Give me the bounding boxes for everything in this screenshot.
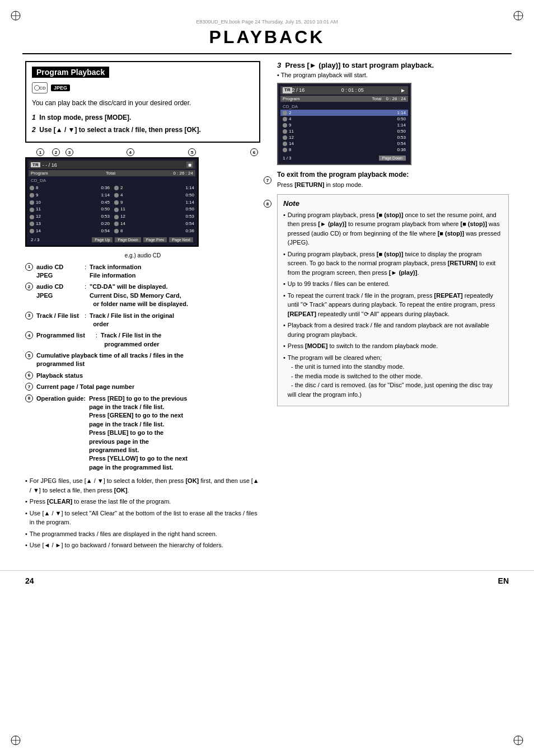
callout-1: 1 xyxy=(36,148,44,156)
rs-top: TR 2 / 16 0 : 01 : 05 ► xyxy=(280,86,408,95)
corner-mark-tl xyxy=(10,10,21,21)
track-row-r7: 80:36 xyxy=(113,228,195,235)
note-bullet-2: • During program playback, press [■ (sto… xyxy=(283,250,503,278)
right-column: 3 Press [► (play)] to start program play… xyxy=(271,61,509,552)
rs-program-label: Program xyxy=(283,96,300,101)
bullet-5: • Use [◄ / ►] to go backward / forward b… xyxy=(25,541,260,550)
track-row-r1: 21:14 xyxy=(113,185,195,192)
callout-7-ref: 7 xyxy=(25,383,33,391)
rs-track-3: 91:14 xyxy=(280,122,408,128)
main-content: Program Playback CD JPEG You can play ba… xyxy=(0,54,534,559)
callout-col-right: 7 8 xyxy=(264,176,271,208)
note-bullet-7: • The program will be cleared when; - th… xyxy=(283,353,503,400)
callout-4: 4 xyxy=(127,148,134,156)
screen-diagram: TR - - / 16 ■ Program Total 0 : 26 : 24 … xyxy=(25,157,199,247)
note-bullet-1: • During program playback, press [■ (sto… xyxy=(283,210,503,247)
play-status-icon: ■ xyxy=(186,162,193,168)
rs-footer: 1 / 3 Page Down xyxy=(280,154,408,162)
rs-tr-badge: TR xyxy=(283,87,292,93)
screen-top-bar: TR - - / 16 ■ xyxy=(29,161,195,169)
track-row-r5: 120:53 xyxy=(113,213,195,220)
rs-track-info: 2 / 16 xyxy=(292,87,305,93)
rs-track-5: 120:53 xyxy=(280,134,408,140)
rs-pagedown-btn: Page Down xyxy=(379,156,406,161)
intro-text: You can play back the disc/card in your … xyxy=(32,98,254,108)
page-header: E8300UD_EN.book Page 24 Thursday, July 1… xyxy=(22,0,512,54)
page-footer: 24 EN xyxy=(0,570,534,591)
total-time: 0 : 26 : 24 xyxy=(173,171,193,176)
tr-badge: TR xyxy=(31,162,40,167)
callout-5-ref: 5 xyxy=(25,351,33,359)
desc-item-8: 8 Operation guide: Press [RED] to go to … xyxy=(25,395,260,472)
track-row-l5: 120:53 xyxy=(29,213,111,220)
rs-page-indicator: 1 / 3 xyxy=(283,156,292,161)
note-title: Note xyxy=(283,199,503,208)
screen-diagram-wrapper: 1 2 3 4 5 6 TR - - / 16 ■ Progr xyxy=(25,148,260,247)
left-column: Program Playback CD JPEG You can play ba… xyxy=(25,61,260,552)
callout-3-ref: 3 xyxy=(25,312,33,320)
exit-note-box: To exit from the program playback mode: … xyxy=(277,171,509,190)
rs-program-row: Program Total 0 : 26 : 24 xyxy=(280,96,408,102)
corner-mark-bl xyxy=(10,735,21,746)
track-row-r2: 40:50 xyxy=(113,192,195,199)
cd-icon: CD xyxy=(32,82,48,93)
step3-heading: 3 Press [► (play)] to start program play… xyxy=(277,61,509,69)
cd-label: CD xyxy=(39,86,46,91)
desc-item-2: 2 audio CD JPEG : "CD-DA" will be displa… xyxy=(25,283,260,308)
file-info: E8300UD_EN.book Page 24 Thursday, July 1… xyxy=(22,19,512,25)
rs-track-2: 40:50 xyxy=(280,116,408,122)
callout-6: 6 xyxy=(250,148,258,156)
desc-item-5: 5 Cumulative playback time of all tracks… xyxy=(25,351,260,369)
callout-4-ref: 4 xyxy=(25,331,33,339)
program-label: Program xyxy=(31,171,48,176)
rs-total-label: Total xyxy=(372,96,382,101)
callout-2: 2 xyxy=(52,148,60,156)
rs-total-time: 0 : 26 : 24 xyxy=(386,96,406,101)
callout-8: 8 xyxy=(264,200,271,208)
desc-item-7: 7 Current page / Total page number xyxy=(25,383,260,391)
note-bullet-3: • Up to 99 tracks / files can be entered… xyxy=(283,279,503,289)
bullet-list: • For JPEG files, use [▲ / ▼] to select … xyxy=(25,476,260,550)
track-row-r6: 140:54 xyxy=(113,220,195,228)
bullet-2: • Press [CLEAR] to erase the last file o… xyxy=(25,497,260,506)
desc-item-4: 4 Programmed list : Track / File list in… xyxy=(25,331,260,349)
rs-track-6: 140:54 xyxy=(280,140,408,147)
track-row-l3: 100:45 xyxy=(29,199,111,206)
screen-col-right: 21:14 40:50 91:14 110:50 120:53 140:54 8… xyxy=(113,185,195,235)
track-row-l2: 91:14 xyxy=(29,192,111,199)
bullet-4: • The programmed tracks / files are disp… xyxy=(25,529,260,539)
page-language: EN xyxy=(498,576,509,585)
note-bullet-5: • Playback from a desired track / file a… xyxy=(283,321,503,339)
desc-item-1: 1 audio CD JPEG : Track information File… xyxy=(25,263,260,280)
track-row-l7: 140:54 xyxy=(29,228,111,235)
rs-track-4: 110:50 xyxy=(280,128,408,134)
track-row-l4: 110:50 xyxy=(29,206,111,213)
callout-6-ref: 6 xyxy=(25,372,33,379)
note-bullet-6: • Press [MODE] to switch to the random p… xyxy=(283,341,503,351)
section-title: Program Playback xyxy=(32,67,109,78)
track-row-l1: 80:36 xyxy=(29,185,111,192)
jpeg-badge: JPEG xyxy=(51,84,70,91)
track-row-r3: 91:14 xyxy=(113,199,195,206)
step3-sub: • The program playback will start. xyxy=(277,72,509,78)
callout-row-top: 1 2 3 4 5 6 xyxy=(25,148,260,156)
rs-track-7: 80:36 xyxy=(280,147,408,153)
track-row-r4: 110:50 xyxy=(113,206,195,213)
cd-da-label: CD_DA xyxy=(29,177,195,184)
page-title: PLAYBACK xyxy=(22,27,512,48)
exit-note-title: To exit from the program playback mode: xyxy=(277,171,509,179)
bullet-3: • Use [▲ / ▼] to select "All Clear" at t… xyxy=(25,509,260,527)
rs-play-icon: ► xyxy=(400,87,406,93)
callout-8-ref: 8 xyxy=(25,395,33,402)
track-row-l6: 130:20 xyxy=(29,220,111,228)
page-next-btn: Page Next xyxy=(169,237,193,242)
bullet-1: • For JPEG files, use [▲ / ▼] to select … xyxy=(25,476,260,495)
callout-3: 3 xyxy=(65,148,73,156)
eg-label: e.g.) audio CD xyxy=(25,252,260,259)
screen-page-btns: Page Up Page Down Page Prev Page Next xyxy=(92,237,193,242)
callout-5: 5 xyxy=(188,148,196,156)
page-number: 24 xyxy=(25,576,34,585)
screen-footer: 2 / 3 Page Up Page Down Page Prev Page N… xyxy=(29,236,195,243)
screen-body: 80:36 91:14 100:45 110:50 120:53 130:20 … xyxy=(29,185,195,235)
step2-heading: 2 Use [▲ / ▼] to select a track / file, … xyxy=(32,125,254,135)
